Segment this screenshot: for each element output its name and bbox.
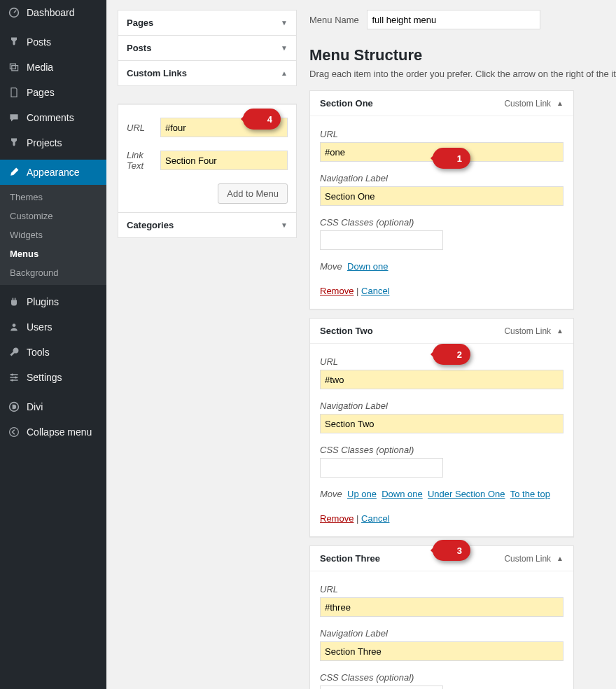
sidebar-item-posts[interactable]: Posts [0,29,106,55]
submenu-customize[interactable]: Customize [0,207,106,225]
chevron-down-icon: ▼ [281,19,288,27]
callout-1: 1 [433,148,470,169]
sidebar-label: Media [27,62,53,73]
sidebar-item-projects[interactable]: Projects [0,130,106,155]
svg-point-2 [11,373,13,375]
sidebar-item-users[interactable]: Users [0,314,106,340]
chevron-down-icon: ▼ [281,44,288,52]
menu-item-header[interactable]: Section Two Custom Link ▲ [310,319,573,344]
menu-structure-desc: Drag each item into the order you prefer… [309,69,616,79]
navlabel-label: Navigation Label [320,628,564,639]
svg-point-4 [11,379,13,381]
menu-item-header[interactable]: Section One Custom Link ▲ [310,91,573,116]
menu-item-url-input[interactable] [320,370,564,389]
url-label: URL [320,584,564,594]
move-row: Move Up one Down one Under Section One T… [320,489,564,499]
sidebar-label: Settings [27,372,62,383]
menu-item-navlabel-input[interactable] [320,641,564,661]
submenu-widgets[interactable]: Widgets [0,225,106,244]
sidebar-item-plugins[interactable]: Plugins [0,289,106,314]
sidebar-item-collapse[interactable]: Collapse menu [0,419,106,445]
sidebar-label: Posts [27,36,51,48]
sidebar-item-media[interactable]: Media [0,55,106,80]
menu-name-input[interactable] [367,10,540,29]
menu-item-css-input[interactable] [320,458,443,478]
callout-3: 3 [433,540,470,561]
remove-link[interactable]: Remove [320,286,354,296]
move-link[interactable]: Up one [347,489,377,499]
chevron-up-icon: ▲ [281,69,288,77]
accordion-title: Pages [127,18,153,28]
sidebar-item-tools[interactable]: Tools [0,340,106,365]
svg-point-6 [10,428,19,437]
sidebar-label: Pages [27,87,55,98]
menu-item-type: Custom Link ▲ [504,326,564,336]
cancel-link[interactable]: Cancel [361,286,389,296]
sliders-icon [7,370,21,384]
css-label: CSS Classes (optional) [320,217,564,228]
sidebar-item-settings[interactable]: Settings [0,365,106,390]
accordion-title: Posts [127,43,151,53]
sidebar-label: Plugins [27,296,59,307]
sidebar-label: Users [27,321,52,333]
callout-4: 4 [243,109,281,130]
user-icon [7,320,21,334]
url-label: URL [127,123,160,133]
menu-item-title: Section Three [320,553,380,564]
remove-link[interactable]: Remove [320,513,354,524]
svg-point-1 [13,323,16,327]
linktext-label: Link Text [127,150,160,171]
css-label: CSS Classes (optional) [320,445,564,455]
admin-sidebar: Dashboard Posts Media Pages Comments Pro… [0,0,106,689]
sidebar-item-comments[interactable]: Comments [0,105,106,130]
pin-icon [7,35,21,49]
menu-item-type: Custom Link ▲ [504,554,564,564]
menu-item-css-input[interactable] [320,230,443,250]
navlabel-label: Navigation Label [320,401,564,411]
sidebar-label: Appearance [27,167,80,178]
sidebar-item-divi[interactable]: Divi [0,394,106,419]
cancel-link[interactable]: Cancel [361,513,389,524]
menu-item-navlabel-input[interactable] [320,414,564,433]
custom-link-text-input[interactable] [160,151,288,170]
accordion-categories[interactable]: Categories▼ [118,212,297,238]
sidebar-label: Divi [27,401,43,412]
sidebar-label: Collapse menu [27,426,92,438]
accordion-custom-links: Custom Links▲ [118,60,297,86]
separator: | [356,513,361,524]
sidebar-label: Dashboard [27,7,75,18]
move-link[interactable]: To the top [510,489,550,499]
submenu-background[interactable]: Background [0,263,106,282]
menu-item-url-input[interactable] [320,597,564,617]
sidebar-item-dashboard[interactable]: Dashboard [0,0,106,25]
sidebar-label: Projects [27,137,62,148]
dashboard-icon [7,6,21,20]
menu-name-label: Menu Name [309,15,359,25]
move-link[interactable]: Under Section One [428,489,505,499]
sidebar-label: Tools [27,347,50,358]
menu-item-type: Custom Link ▲ [504,99,564,109]
menu-item-title: Section One [320,98,373,109]
accordion-posts[interactable]: Posts▼ [118,35,297,61]
accordion-custom-links-header[interactable]: Custom Links▲ [118,61,296,85]
navlabel-label: Navigation Label [320,173,564,183]
svg-point-3 [15,376,17,378]
menu-item: Section Three Custom Link ▲ URL Navigati… [309,545,574,689]
submenu-themes[interactable]: Themes [0,188,106,207]
move-link[interactable]: Down one [382,489,423,499]
submenu-menus[interactable]: Menus [0,244,106,263]
menu-item-css-input[interactable] [320,685,443,689]
accordion-title: Custom Links [127,68,187,78]
pages-icon [7,85,21,99]
sidebar-item-appearance[interactable]: Appearance [0,160,106,185]
media-icon [7,60,21,74]
add-to-menu-button[interactable]: Add to Menu [218,183,288,204]
move-link[interactable]: Down one [347,261,388,272]
accordion-pages[interactable]: Pages▼ [118,10,297,36]
collapse-icon [7,425,21,439]
divi-icon [7,400,21,414]
callout-2: 2 [433,344,470,365]
chevron-up-icon: ▲ [556,555,564,562]
sidebar-item-pages[interactable]: Pages [0,80,106,105]
menu-item-navlabel-input[interactable] [320,186,564,206]
